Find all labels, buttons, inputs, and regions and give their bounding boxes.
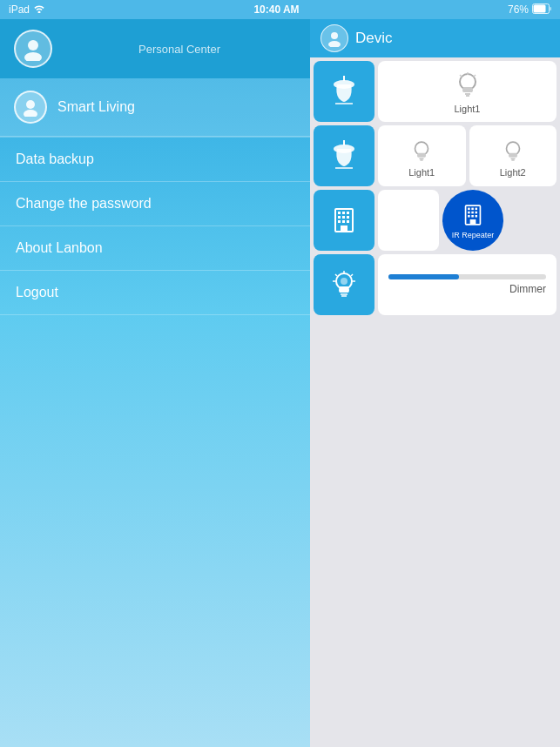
device-row-3: IR Repeater [314, 190, 557, 251]
svg-rect-44 [468, 215, 470, 218]
ceiling-light-icon-2[interactable] [314, 125, 374, 186]
svg-rect-38 [468, 208, 470, 211]
svg-point-3 [24, 52, 42, 61]
svg-point-5 [24, 110, 37, 117]
svg-point-4 [26, 100, 35, 109]
menu-item-change-password[interactable]: Change the password [0, 182, 310, 226]
svg-line-53 [335, 274, 337, 276]
svg-rect-32 [347, 216, 349, 219]
svg-rect-47 [470, 219, 476, 225]
svg-rect-27 [338, 212, 341, 214]
right-header-avatar [320, 24, 348, 52]
ir-repeater-placeholder [378, 190, 439, 251]
svg-point-56 [341, 278, 347, 285]
left-header: Personal Center [0, 19, 310, 78]
svg-rect-41 [468, 212, 470, 214]
svg-rect-28 [342, 212, 345, 214]
svg-rect-42 [471, 212, 474, 214]
building-icon[interactable] [314, 190, 374, 251]
svg-line-52 [351, 274, 353, 276]
row2-light2[interactable]: Light2 [469, 125, 557, 186]
right-header-title: Devic [355, 30, 393, 47]
svg-rect-36 [341, 225, 347, 232]
device-rows: Light1 [310, 57, 560, 747]
svg-line-15 [473, 75, 476, 77]
dimmer-progress-bar [388, 274, 546, 279]
menu-item-data-backup[interactable]: Data backup [0, 137, 310, 182]
row2-items: Light1 Light2 [378, 125, 557, 186]
dimmer-item[interactable]: Dimmer [378, 254, 557, 315]
user-avatar [14, 91, 47, 124]
header-label: Personal Center [63, 43, 296, 56]
svg-point-7 [328, 41, 341, 47]
svg-rect-34 [342, 220, 345, 223]
bulb-icon[interactable] [314, 254, 374, 315]
svg-point-6 [331, 32, 338, 39]
menu-item-logout[interactable]: Logout [0, 271, 310, 315]
row2-light1[interactable]: Light1 [378, 125, 466, 186]
svg-rect-35 [347, 220, 349, 223]
row3-items: IR Repeater [378, 190, 557, 251]
user-name: Smart Living [57, 99, 135, 115]
svg-rect-45 [471, 215, 474, 218]
user-row: Smart Living [0, 78, 310, 137]
main-content: Personal Center Smart Living Data backup… [0, 19, 560, 747]
light1-item[interactable]: Light1 [378, 61, 557, 122]
avatar [14, 30, 52, 68]
svg-point-2 [28, 40, 38, 50]
light1-label: Light1 [455, 104, 481, 114]
right-panel: Devic [310, 19, 560, 747]
ceiling-light-icon-1[interactable] [314, 61, 374, 122]
svg-line-16 [460, 75, 462, 77]
ir-repeater-item[interactable]: IR Repeater [442, 190, 503, 251]
battery-label: 76% [508, 3, 529, 16]
status-time: 10:40 AM [253, 3, 299, 16]
dimmer-progress-fill [388, 274, 459, 279]
row2-light2-label: Light2 [500, 167, 526, 178]
svg-rect-30 [338, 216, 341, 219]
svg-rect-40 [476, 208, 478, 211]
row2-light1-label: Light1 [408, 167, 435, 178]
status-bar: iPad 10:40 AM 76% [0, 0, 560, 19]
svg-rect-39 [471, 208, 474, 211]
device-row-2: Light1 Light2 [314, 125, 557, 186]
svg-rect-29 [347, 212, 349, 214]
wifi-icon [33, 3, 45, 16]
ir-repeater-label: IR Repeater [452, 231, 495, 239]
svg-rect-31 [342, 216, 345, 219]
device-row-4: Dimmer [314, 254, 557, 315]
svg-rect-43 [476, 212, 478, 214]
status-right: 76% [508, 3, 551, 17]
status-left: iPad [9, 3, 45, 16]
dimmer-label: Dimmer [509, 283, 546, 295]
menu-list: Data backup Change the password About La… [0, 137, 310, 315]
svg-rect-46 [476, 215, 478, 218]
svg-rect-33 [338, 220, 341, 223]
menu-item-about[interactable]: About Lanbon [0, 226, 310, 271]
battery-icon [532, 3, 551, 17]
right-header: Devic [310, 19, 560, 57]
device-row-1: Light1 [314, 61, 557, 122]
left-panel: Personal Center Smart Living Data backup… [0, 19, 310, 747]
ipad-label: iPad [9, 3, 30, 16]
svg-rect-1 [534, 4, 546, 12]
